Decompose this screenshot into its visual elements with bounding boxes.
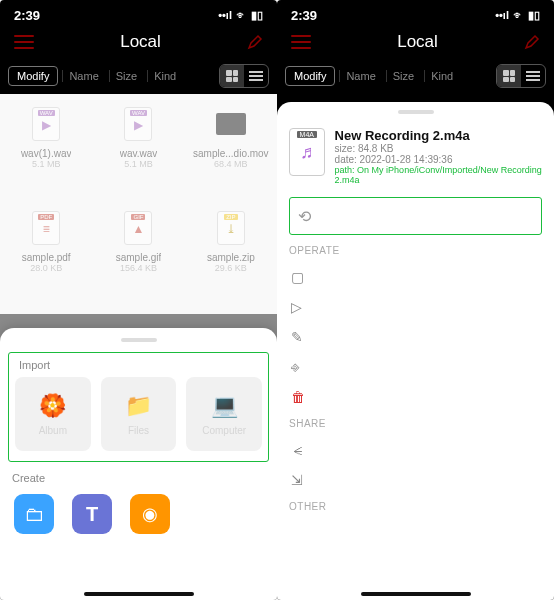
home-indicator[interactable] — [84, 592, 194, 596]
op-delete[interactable]: 🗑 — [289, 382, 542, 412]
page-title: Local — [120, 32, 161, 52]
filter-modify[interactable]: Modify — [285, 66, 335, 86]
page-title: Local — [397, 32, 438, 52]
file-size-line: size: 84.8 KB — [335, 143, 542, 154]
op-share[interactable]: ⪪ — [289, 435, 542, 465]
file-info-lines: New Recording 2.m4a size: 84.8 KB date: … — [335, 128, 542, 185]
import-label: Import — [19, 359, 258, 371]
other-label: OTHER — [289, 501, 542, 512]
grid-view-icon[interactable] — [220, 65, 244, 87]
wifi-icon: ᯤ — [513, 9, 524, 21]
file-title: New Recording 2.m4a — [335, 128, 542, 143]
file-date-line: date: 2022-01-28 14:39:36 — [335, 154, 542, 165]
create-row: 🗀 T ◉ — [8, 490, 269, 542]
list-view-icon[interactable] — [521, 65, 545, 87]
file-tag: M4A — [297, 131, 317, 138]
wifi-icon: ᯤ — [236, 9, 247, 21]
sheet-handle[interactable] — [398, 110, 434, 114]
text-icon: T — [86, 503, 98, 526]
op-edit[interactable]: ✎ — [289, 322, 542, 352]
view-toggle — [219, 64, 269, 88]
filter-size[interactable]: Size — [386, 70, 420, 82]
create-label: Create — [12, 472, 265, 484]
op-present[interactable]: ▢ — [289, 262, 542, 292]
status-time: 2:39 — [14, 8, 40, 23]
operate-label: OPERATE — [289, 245, 542, 256]
menu-icon[interactable] — [14, 35, 34, 49]
photos-icon: 🏵️ — [39, 393, 66, 419]
status-bar: 2:39 ••ıl ᯤ ▮▯ — [0, 0, 277, 26]
import-label-text: Computer — [202, 425, 246, 436]
filter-name[interactable]: Name — [62, 70, 104, 82]
create-camera-button[interactable]: ◉ — [130, 494, 170, 534]
share-label: SHARE — [289, 418, 542, 429]
home-indicator[interactable] — [361, 592, 471, 596]
battery-icon: ▮▯ — [251, 9, 263, 22]
note-icon: ✎ — [291, 329, 303, 345]
folder-icon: 📁 — [125, 393, 152, 419]
import-computer-button[interactable]: 💻 Computer — [186, 377, 262, 451]
list-view-icon[interactable] — [244, 65, 268, 87]
edit-icon[interactable] — [247, 34, 263, 50]
trash-icon: 🗑 — [291, 389, 305, 405]
screen-left: 2:39 ••ıl ᯤ ▮▯ Local Modify Name Size Ki… — [0, 0, 277, 600]
import-files-button[interactable]: 📁 Files — [101, 377, 177, 451]
rename-icon: ⎆ — [291, 359, 299, 375]
play-square-icon: ▷ — [291, 299, 302, 315]
camera-icon: ◉ — [142, 503, 158, 525]
import-section: Import 🏵️ Album 📁 Files 💻 Computer — [8, 352, 269, 462]
convert-button[interactable]: ⟲ — [289, 197, 542, 235]
menu-icon[interactable] — [291, 35, 311, 49]
import-label-text: Files — [128, 425, 149, 436]
filter-modify[interactable]: Modify — [8, 66, 58, 86]
filter-size[interactable]: Size — [109, 70, 143, 82]
filter-kind[interactable]: Kind — [424, 70, 459, 82]
import-sheet: Import 🏵️ Album 📁 Files 💻 Computer — [0, 328, 277, 600]
m4a-file-icon: M4A ♬ — [289, 128, 325, 176]
status-time: 2:39 — [291, 8, 317, 23]
import-label-text: Album — [39, 425, 67, 436]
op-rename[interactable]: ⎆ — [289, 352, 542, 382]
header: Local — [277, 26, 554, 58]
file-info: M4A ♬ New Recording 2.m4a size: 84.8 KB … — [289, 124, 542, 193]
signal-icon: ••ıl — [495, 9, 509, 21]
filter-kind[interactable]: Kind — [147, 70, 182, 82]
status-right: ••ıl ᯤ ▮▯ — [218, 9, 263, 22]
battery-icon: ▮▯ — [528, 9, 540, 22]
export-icon: ⇲ — [291, 472, 303, 488]
convert-icon: ⟲ — [298, 207, 311, 226]
signal-icon: ••ıl — [218, 9, 232, 21]
sheet-handle[interactable] — [121, 338, 157, 342]
status-bar: 2:39 ••ıl ᯤ ▮▯ — [277, 0, 554, 26]
presentation-icon: ▢ — [291, 269, 304, 285]
screen-right: 2:39 ••ıl ᯤ ▮▯ Local Modify Name Size Ki… — [277, 0, 554, 600]
header: Local — [0, 26, 277, 58]
edit-icon[interactable] — [524, 34, 540, 50]
music-note-icon: ♬ — [300, 142, 314, 163]
create-text-button[interactable]: T — [72, 494, 112, 534]
file-path-line: path: On My iPhone/iConv/Imported/New Re… — [335, 165, 542, 185]
filter-bar: Modify Name Size Kind — [0, 58, 277, 94]
folder-plus-icon: 🗀 — [24, 503, 44, 526]
view-toggle — [496, 64, 546, 88]
laptop-icon: 💻 — [211, 393, 238, 419]
filter-name[interactable]: Name — [339, 70, 381, 82]
import-album-button[interactable]: 🏵️ Album — [15, 377, 91, 451]
share-icon: ⪪ — [291, 442, 305, 458]
grid-view-icon[interactable] — [497, 65, 521, 87]
file-detail-sheet: M4A ♬ New Recording 2.m4a size: 84.8 KB … — [277, 102, 554, 600]
filter-bar: Modify Name Size Kind — [277, 58, 554, 94]
op-play[interactable]: ▷ — [289, 292, 542, 322]
create-folder-button[interactable]: 🗀 — [14, 494, 54, 534]
status-right: ••ıl ᯤ ▮▯ — [495, 9, 540, 22]
op-export[interactable]: ⇲ — [289, 465, 542, 495]
